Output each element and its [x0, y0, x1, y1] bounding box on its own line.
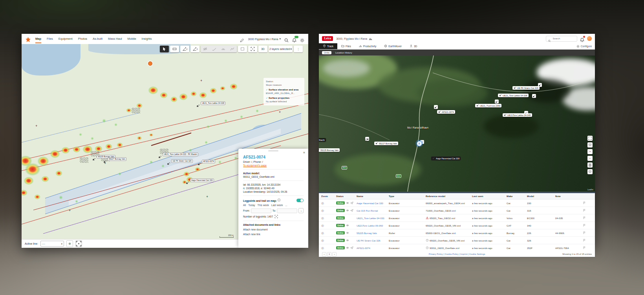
- fit-extent-button[interactable]: [75, 240, 82, 247]
- fullscreen-button[interactable]: [587, 136, 593, 141]
- equipment-marker[interactable]: Aage Haverstad Cat 330: [186, 179, 214, 182]
- zoom-to-icon[interactable]: ◎: [321, 246, 336, 250]
- remote-view-icon[interactable]: [583, 201, 586, 205]
- equipment-marker[interactable]: UE21_Tore Løkke 04-008: [196, 101, 225, 105]
- measure-tool-button[interactable]: [170, 46, 179, 52]
- zoom-to-icon[interactable]: ◎: [321, 209, 336, 212]
- column-header[interactable]: Status: [336, 195, 357, 197]
- menu-item[interactable]: As-built: [93, 35, 102, 43]
- table-row[interactable]: ◎ Online 55225 Bomag Vals Roller 65000-G…: [319, 229, 595, 237]
- table-row[interactable]: ◎ Online UE PK Strøm Cat 326 Excavator 6…: [319, 237, 595, 244]
- column-header[interactable]: Name: [357, 195, 389, 197]
- to-input[interactable]: [277, 208, 297, 213]
- module-tab[interactable]: 3D: [406, 43, 421, 49]
- zoom-to-icon[interactable]: ◎: [321, 224, 336, 227]
- filter-option[interactable]: Last week: [271, 204, 283, 206]
- column-header[interactable]: Model: [527, 195, 555, 197]
- search-box[interactable]: [546, 36, 577, 42]
- remote-view-icon[interactable]: [583, 209, 586, 212]
- from-input[interactable]: [251, 208, 271, 213]
- table-row[interactable]: ◎ Online UE21Tore Løkke 06-060 Excavator…: [319, 222, 595, 229]
- equipment-marker[interactable]: AFS21-0074: [198, 160, 215, 163]
- search-icon[interactable]: [284, 37, 289, 41]
- equipment-name-link[interactable]: 55225 Bomag Vals: [357, 232, 389, 234]
- table-row[interactable]: ◎ Online Aage Haverstad Cat 330 Excavato…: [319, 199, 595, 207]
- equipment-name-link[interactable]: Aage Haverstad Cat 330: [357, 202, 389, 205]
- poi-pin[interactable]: [148, 61, 152, 66]
- zoom-to-icon[interactable]: ◎: [321, 216, 336, 220]
- column-header[interactable]: Note: [555, 195, 583, 197]
- filter-option[interactable]: ...: [285, 204, 287, 206]
- zoom-to-icon[interactable]: ◎: [321, 201, 336, 205]
- menu-item[interactable]: Files: [47, 35, 53, 43]
- filter-option[interactable]: Today: [248, 204, 255, 206]
- eye-icon[interactable]: [346, 224, 349, 227]
- filter-option[interactable]: This week: [258, 204, 269, 206]
- machine-map-label[interactable]: UE21_Tverrnes 2369: [475, 104, 501, 107]
- eye-icon[interactable]: [346, 231, 349, 234]
- column-header[interactable]: Last seen: [472, 195, 507, 197]
- module-tab[interactable]: Productivity: [355, 43, 381, 49]
- zoom-to-icon[interactable]: ◎: [321, 231, 336, 235]
- print-button[interactable]: [587, 162, 593, 168]
- layers-button[interactable]: [587, 142, 593, 148]
- attach-link-link[interactable]: Attach new link: [243, 233, 304, 236]
- equipment-name-link[interactable]: AFS21-0074: [357, 247, 389, 249]
- table-row[interactable]: ◎ Online Cat 315 Pon Rental Excavator 71…: [319, 207, 595, 214]
- toggle-3d-button[interactable]: 3D: [258, 46, 267, 52]
- plan-map[interactable]: ++++++ 2 3 3D 2 layers selected▾ ⋮: [22, 44, 308, 248]
- units-tab[interactable]: Units: [322, 51, 331, 54]
- filter-option[interactable]: All: [243, 204, 246, 206]
- column-header[interactable]: Zoom: [321, 195, 336, 197]
- remote-view-icon[interactable]: [583, 224, 586, 227]
- machine-map-label[interactable]: Aage Haverstad Cat 330: [431, 157, 461, 160]
- notifications-bell-icon[interactable]: [292, 37, 296, 41]
- attach-document-link[interactable]: Attach new document: [243, 228, 304, 231]
- column-header[interactable]: Make: [507, 195, 527, 197]
- eye-icon[interactable]: [346, 246, 349, 249]
- surface-model-name[interactable]: ENAIR_ARK_GLOBAL_R...: [266, 92, 302, 95]
- drag-handle[interactable]: [268, 150, 278, 151]
- eye-icon[interactable]: [346, 201, 349, 205]
- slope-tool-button[interactable]: [210, 46, 219, 52]
- map-attribution[interactable]: Leaflet: [587, 188, 593, 191]
- remote-view-icon[interactable]: [583, 231, 586, 234]
- equipment-marker[interactable]: UE PK Strøm Cat 326: [167, 159, 193, 163]
- info-icon[interactable]: [277, 198, 281, 202]
- apply-range-button[interactable]: →: [298, 208, 304, 213]
- fit-view-button[interactable]: [248, 46, 257, 52]
- equipment-name-link[interactable]: UE PK Strøm Cat 326: [357, 239, 389, 242]
- project-selector[interactable]: 3000 Flyplass Mo i Rana▾: [248, 37, 281, 41]
- equipment-name-link[interactable]: Cat 315 Pon Rental: [357, 209, 389, 212]
- machine-icon-marker[interactable]: [365, 137, 369, 141]
- module-tab[interactable]: Track: [319, 43, 337, 49]
- remote-view-icon[interactable]: [583, 246, 586, 249]
- user-avatar[interactable]: [587, 36, 592, 41]
- machine-map-label[interactable]: UE PK Strøm Cat 326: [512, 86, 540, 90]
- basemap-button[interactable]: [587, 169, 593, 174]
- surface-properties-label[interactable]: Surface properties: [269, 97, 289, 99]
- table-row[interactable]: ◎ Online UE21_Tore Løkke 04-033 Excavato…: [319, 214, 595, 222]
- peak-tool-button[interactable]: [228, 46, 237, 52]
- menu-item[interactable]: Equipment: [59, 35, 73, 43]
- eye-icon[interactable]: [346, 239, 349, 242]
- zoom-out-button[interactable]: −: [587, 156, 593, 161]
- menu-item[interactable]: Mass Haul: [108, 35, 122, 43]
- satellite-map[interactable]: Mo i Rana lufthavn E12 E12 UE PK Strøm C…: [319, 55, 595, 192]
- cursor-tool-button[interactable]: [160, 46, 169, 52]
- machine-map-label[interactable]: AFS21-0074: [437, 110, 455, 114]
- equipment-marker[interactable]: 55227 Bomag Vals: [103, 157, 126, 161]
- zoom-to-icon[interactable]: ◎: [321, 239, 336, 242]
- location-history-tab[interactable]: Location History: [335, 52, 352, 54]
- configure-button[interactable]: Configure: [573, 43, 595, 49]
- area-select-button[interactable]: [238, 46, 247, 52]
- module-tab[interactable]: EarthMover: [380, 43, 406, 49]
- zoom-in-button[interactable]: +: [587, 149, 593, 154]
- remote-view-icon[interactable]: [583, 239, 586, 242]
- locate-button[interactable]: ⊕: [66, 240, 73, 247]
- notifications-bell-icon[interactable]: [580, 37, 584, 41]
- equipment-page-link[interactable]: To equipment's page: [243, 164, 304, 167]
- machine-icon-marker[interactable]: [434, 105, 438, 109]
- eye-off-tool-button[interactable]: [201, 46, 210, 52]
- menu-item[interactable]: Mobile: [128, 35, 136, 43]
